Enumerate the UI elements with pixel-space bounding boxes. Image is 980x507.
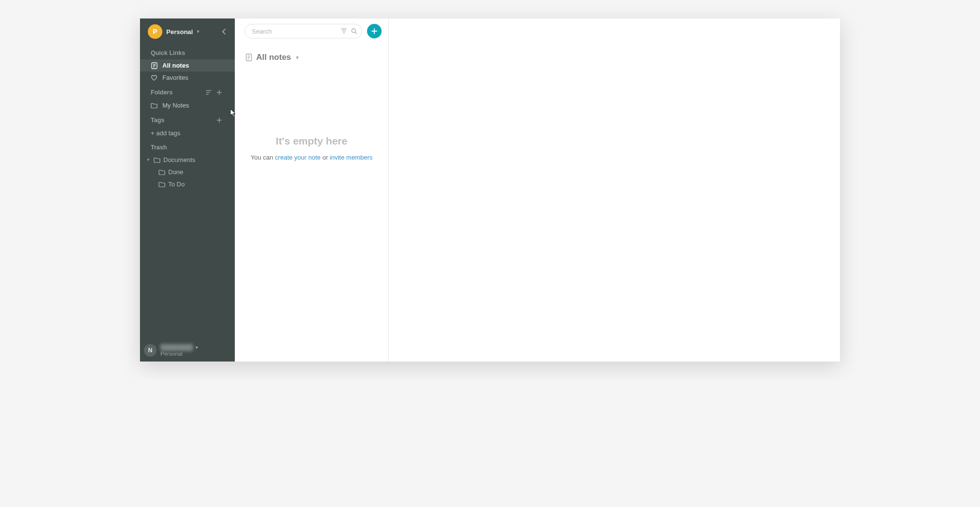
sidebar-folder-my-notes[interactable]: My Notes [140, 99, 235, 111]
trash-documents-label: Documents [163, 156, 195, 163]
user-avatar: N [144, 344, 157, 357]
plus-icon [371, 28, 378, 35]
svg-line-15 [355, 32, 357, 34]
empty-middle: or [321, 154, 330, 161]
list-header [235, 18, 388, 44]
heart-icon [151, 74, 158, 81]
sidebar-item-all-notes[interactable]: All notes [140, 59, 235, 72]
workspace-switcher[interactable]: P Personal ▼ [140, 18, 235, 45]
empty-state: It's empty here You can create your note… [235, 135, 388, 161]
empty-title: It's empty here [245, 135, 379, 147]
search-icon[interactable] [351, 28, 357, 35]
workspace-name: Personal [166, 28, 193, 36]
section-quick-links: Quick Links [140, 45, 235, 59]
list-title-dropdown[interactable]: All notes ▼ [235, 44, 388, 62]
sort-folders-button[interactable] [204, 89, 214, 96]
quick-links-label: Quick Links [151, 50, 185, 56]
chevron-down-icon: ▼ [195, 345, 199, 350]
plus-icon [216, 117, 222, 123]
sort-icon [206, 90, 212, 95]
section-trash: Trash [140, 139, 235, 154]
trash-folder-done[interactable]: Done [140, 166, 235, 178]
notes-list-column: All notes ▼ It's empty here You can crea… [235, 18, 389, 362]
create-note-link[interactable]: create your note [275, 154, 321, 161]
chevron-down-icon: ▼ [196, 29, 200, 34]
section-folders: Folders [140, 84, 235, 99]
collapse-sidebar-button[interactable] [218, 26, 230, 37]
editor-area [389, 18, 840, 362]
chevron-down-icon: ▼ [295, 55, 300, 60]
favorites-label: Favorites [162, 74, 188, 81]
empty-prefix: You can [250, 154, 275, 161]
add-note-button[interactable] [367, 24, 382, 38]
folder-icon [158, 181, 165, 187]
add-tags-link[interactable]: + add tags [140, 127, 235, 139]
filter-icon[interactable] [341, 28, 347, 35]
caret-down-icon: ▼ [146, 158, 151, 162]
trash-todo-label: To Do [168, 181, 185, 188]
trash-done-label: Done [168, 168, 183, 176]
trash-folder-documents[interactable]: ▼ Documents [140, 154, 235, 166]
all-notes-label: All notes [162, 62, 189, 69]
my-notes-label: My Notes [162, 102, 189, 109]
sidebar-item-favorites[interactable]: Favorites [140, 72, 235, 84]
empty-subtitle: You can create your note or invite membe… [245, 154, 379, 161]
invite-members-link[interactable]: invite members [330, 154, 372, 161]
note-icon [245, 54, 252, 61]
user-plan: Personal [160, 351, 199, 357]
section-tags: Tags [140, 111, 235, 127]
folder-icon [154, 157, 160, 163]
tags-label: Tags [151, 117, 164, 124]
note-icon [151, 62, 158, 69]
user-menu[interactable]: N ████ ███ ▼ Personal [140, 340, 235, 362]
user-name: ████ ███ [160, 344, 193, 351]
trash-label: Trash [151, 144, 167, 151]
list-title: All notes [256, 53, 291, 62]
svg-point-14 [352, 29, 356, 33]
workspace-avatar: P [148, 24, 162, 39]
app-window: P Personal ▼ Quick Links All notes Favor… [140, 18, 840, 362]
add-folder-button[interactable] [214, 89, 224, 96]
search-wrap [245, 24, 362, 38]
add-tag-button[interactable] [214, 116, 224, 124]
folders-label: Folders [151, 89, 173, 96]
chevron-left-icon [222, 28, 227, 35]
sidebar: P Personal ▼ Quick Links All notes Favor… [140, 18, 235, 362]
folder-icon [158, 169, 165, 175]
folder-icon [151, 102, 158, 109]
plus-icon [216, 90, 222, 95]
trash-folder-todo[interactable]: To Do [140, 178, 235, 190]
